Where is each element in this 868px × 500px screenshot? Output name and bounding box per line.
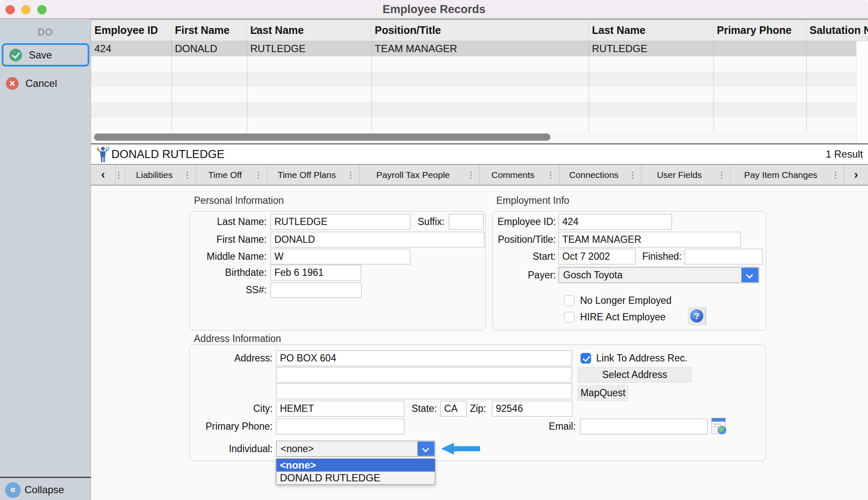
tab-comments[interactable]: Comments ⋮	[479, 165, 559, 185]
sidebar-divider	[0, 477, 91, 478]
tabs-scroll-right-button[interactable]: ›	[844, 165, 868, 185]
tab-time-off-plans[interactable]: Time Off Plans ⋮	[267, 165, 359, 185]
chevron-right-icon: ›	[844, 165, 868, 185]
result-count: 1 Result	[826, 144, 863, 164]
column-header-position[interactable]: Position/Title	[371, 20, 589, 41]
tab-menu-dots-icon[interactable]: ⋮	[467, 165, 475, 185]
column-separator	[247, 41, 247, 133]
titlebar: Employee Records	[0, 0, 868, 19]
empty-table-row[interactable]	[91, 117, 868, 133]
dropdown-option-donald-rutledge[interactable]: DONALD RUTLEDGE	[276, 472, 435, 484]
tab-overflow-dots: ⋮	[115, 165, 125, 185]
chevron-left-icon: ‹	[91, 165, 115, 185]
tab-menu-dots-icon[interactable]: ⋮	[832, 165, 840, 185]
results-table-body: 424 DONALD RUTLEDGE TEAM MANAGER RUTLEDG…	[91, 41, 868, 143]
column-header-last-name[interactable]: Last Name	[247, 20, 371, 41]
hire-act-help-button[interactable]: ?	[688, 307, 706, 325]
tab-payroll-tax-people[interactable]: Payroll Tax People ⋮	[359, 165, 479, 185]
address-info-title: Address Information	[194, 333, 281, 344]
collapse-button[interactable]: « Collapse	[0, 479, 91, 500]
tab-menu-dots-icon[interactable]: ⋮	[183, 165, 191, 185]
birthdate-field[interactable]	[271, 265, 361, 281]
compose-email-icon[interactable]	[711, 418, 726, 434]
tab-menu-dots-icon[interactable]: ⋮	[629, 165, 637, 185]
zip-field[interactable]	[492, 401, 572, 417]
tab-pay-item-changes[interactable]: Pay Item Changes ⋮	[730, 165, 844, 185]
email-field[interactable]	[580, 419, 708, 434]
position-title-label: Position/Title:	[465, 232, 556, 247]
cell-position: TEAM MANAGER	[371, 41, 589, 56]
empty-table-row[interactable]	[91, 72, 868, 87]
horizontal-scrollbar-thumb[interactable]	[94, 133, 550, 141]
ssn-field[interactable]	[271, 282, 362, 298]
link-to-address-checkbox[interactable]	[581, 353, 591, 364]
column-header-first-name[interactable]: First Name	[171, 20, 247, 41]
primary-phone-label: Primary Phone:	[178, 419, 273, 434]
cell-last-name-2: RUTLEDGE	[589, 41, 713, 56]
zip-label: Zip:	[457, 401, 486, 417]
mapquest-button[interactable]: MapQuest	[578, 385, 628, 401]
empty-table-row[interactable]	[91, 87, 868, 102]
table-row-selected[interactable]: 424 DONALD RUTLEDGE TEAM MANAGER RUTLEDG…	[91, 41, 868, 56]
payer-label: Payer:	[465, 267, 556, 283]
save-check-icon	[9, 49, 22, 61]
birthdate-label: Birthdate:	[174, 265, 267, 281]
tab-menu-dots-icon[interactable]: ⋮	[254, 165, 263, 185]
cancel-button-label: Cancel	[25, 72, 57, 95]
table-header-row: Employee ID First Name Last Name Positio…	[91, 19, 868, 41]
tab-liabilities[interactable]: Liabilities ⋮	[125, 165, 196, 185]
column-header-last-name-2[interactable]: Last Name	[589, 20, 713, 41]
column-separator	[171, 41, 172, 133]
tab-menu-dots-icon[interactable]: ⋮	[718, 165, 726, 185]
address-line2-field[interactable]	[276, 367, 572, 383]
tab-connections[interactable]: Connections ⋮	[559, 165, 641, 185]
column-separator	[371, 41, 372, 133]
column-separator	[806, 41, 807, 133]
individual-dropdown[interactable]: <none>	[276, 441, 435, 457]
last-name-field[interactable]	[271, 214, 410, 230]
city-field[interactable]	[276, 401, 404, 417]
finished-date-label: Finished:	[633, 249, 682, 264]
empty-table-row[interactable]	[91, 102, 868, 117]
select-address-button[interactable]: Select Address	[578, 367, 692, 383]
cell-primary-phone	[713, 41, 806, 56]
tab-menu-dots-icon[interactable]: ⋮	[547, 165, 555, 185]
start-date-field[interactable]	[558, 249, 636, 264]
column-header-primary-phone[interactable]: Primary Phone	[713, 20, 806, 41]
address-line3-field[interactable]	[276, 383, 572, 399]
cancel-x-icon: ×	[6, 77, 19, 90]
dropdown-option-none[interactable]: <none>	[276, 459, 435, 472]
chevron-down-icon	[422, 445, 429, 453]
primary-phone-field[interactable]	[276, 419, 404, 434]
sidebar-header: DO	[0, 27, 91, 38]
employee-id-label: Employee ID:	[465, 214, 556, 230]
suffix-label: Suffix:	[404, 214, 445, 230]
cancel-button[interactable]: × Cancel	[0, 72, 91, 95]
vertical-dots-icon: ⋮	[115, 165, 123, 185]
empty-table-row[interactable]	[91, 56, 868, 72]
save-button-label: Save	[29, 45, 52, 65]
no-longer-employed-checkbox[interactable]	[564, 295, 575, 306]
hire-act-employee-checkbox[interactable]	[564, 312, 575, 322]
first-name-field[interactable]	[271, 232, 484, 247]
tab-menu-dots-icon[interactable]: ⋮	[347, 165, 355, 185]
middle-name-field[interactable]	[271, 249, 410, 264]
column-header-salutation[interactable]: Salutation Na	[806, 20, 868, 41]
employment-info-title: Employment Info	[496, 195, 569, 206]
finished-date-field[interactable]	[685, 249, 763, 264]
tab-user-fields[interactable]: User Fields ⋮	[641, 165, 730, 185]
vertical-scrollbar-track[interactable]	[856, 41, 868, 143]
record-name: DONALD RUTLEDGE	[111, 144, 224, 164]
tabs-scroll-left-button[interactable]: ‹	[91, 165, 115, 185]
payer-dropdown[interactable]: Gosch Toyota	[558, 267, 759, 283]
hire-act-employee-label: HIRE Act Employee	[580, 312, 666, 322]
individual-dropdown-button[interactable]	[417, 442, 434, 456]
save-button[interactable]: Save	[2, 43, 89, 67]
address-line1-field[interactable]	[276, 350, 572, 366]
tab-time-off[interactable]: Time Off ⋮	[196, 165, 267, 185]
payer-dropdown-button[interactable]	[741, 268, 758, 282]
employee-id-field[interactable]	[558, 214, 672, 230]
position-title-field[interactable]	[558, 232, 741, 247]
column-header-employee-id[interactable]: Employee ID	[91, 20, 171, 41]
email-label: Email:	[533, 419, 576, 434]
